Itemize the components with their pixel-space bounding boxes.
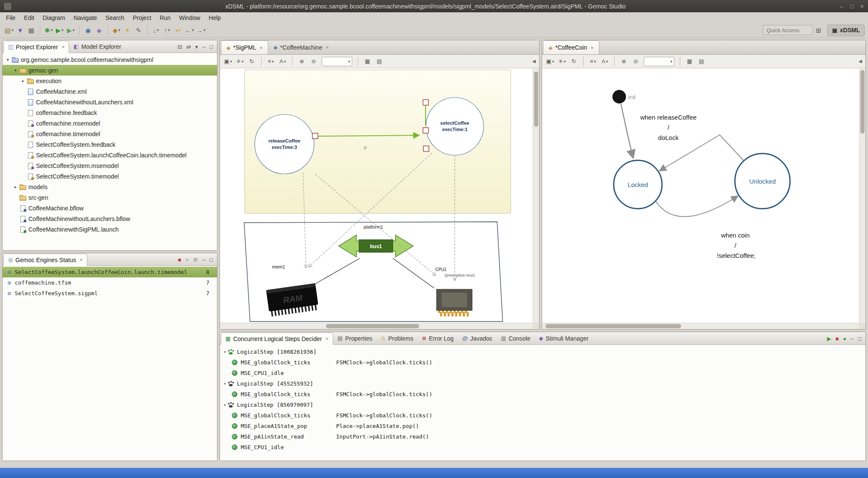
- actor-releasecoffee[interactable]: [255, 115, 314, 174]
- mse-row[interactable]: MSE_CPU1_idle: [220, 442, 865, 453]
- maximize-icon[interactable]: □: [858, 336, 861, 341]
- logical-step-row[interactable]: ▾LogicalStep [455255932]: [220, 378, 865, 389]
- menu-help[interactable]: Help: [204, 13, 225, 22]
- port[interactable]: [423, 100, 428, 105]
- perspective-xdsml-button[interactable]: ▣ xDSML: [827, 25, 865, 36]
- tree-item-coffeemachine-xml[interactable]: CoffeeMachine.xml: [3, 86, 217, 97]
- tab-problems[interactable]: ⚠Problems: [376, 332, 417, 344]
- print-button[interactable]: ▦: [26, 25, 36, 36]
- window-minimize-button[interactable]: –: [840, 3, 843, 10]
- dropdown-arrow-icon[interactable]: ▾: [51, 28, 53, 32]
- dropdown-arrow-icon[interactable]: ▾: [552, 59, 554, 64]
- menu-project[interactable]: Project: [128, 13, 156, 22]
- menu-navigate[interactable]: Navigate: [70, 13, 101, 22]
- dropdown-arrow-icon[interactable]: ▾: [564, 59, 566, 64]
- tab-coffeecoin[interactable]: ◈*CoffeeCoin×: [543, 40, 599, 54]
- mse-row[interactable]: MSE_globalClock_ticksFSMClock->globalClo…: [220, 357, 865, 368]
- menu-run[interactable]: Run: [156, 13, 175, 22]
- project-tree[interactable]: ▾org.gemoc.sample.bcool.coffeemachinewit…: [3, 53, 217, 250]
- engine-row[interactable]: ⚙SelectCoffeeSystem.launchCoffeeCoin.lau…: [3, 267, 217, 277]
- tree-item-selectcoffeesystem-msemodel[interactable]: SelectCoffeeSystem.msemodel: [3, 160, 217, 171]
- port[interactable]: [423, 146, 429, 151]
- expander-icon[interactable]: ▾: [220, 381, 227, 386]
- coffeecoin-canvas[interactable]: init when releaseCoffee / doLock when co…: [542, 68, 865, 329]
- refresh-tool-button[interactable]: ↻: [569, 56, 579, 67]
- quick-access-input[interactable]: [763, 25, 813, 35]
- tab-concurrent-logical-steps-decider[interactable]: ▦Concurrent Logical Steps Decider×: [221, 333, 333, 345]
- engines-list[interactable]: ⚙SelectCoffeeSystem.launchCoffeeCoin.lau…: [3, 266, 217, 461]
- minimize-icon[interactable]: –: [202, 44, 205, 50]
- vertical-scrollbar[interactable]: [533, 68, 539, 323]
- tab-sigpml[interactable]: ◈*SigPML×: [221, 40, 268, 54]
- steps-tree[interactable]: ▾LogicalStep [1008261936]MSE_globalClock…: [220, 345, 865, 461]
- tree-item-models[interactable]: ▸models: [3, 182, 217, 192]
- tree-item-gemoc-gen[interactable]: ▾gemoc-gen: [3, 65, 217, 75]
- collapse-editor-icon[interactable]: ◀: [859, 59, 863, 64]
- decider-icon[interactable]: ●: [843, 336, 846, 341]
- tree-item-coffeemachinewithsigpml-launch[interactable]: CoffeeMachinewithSigPML.launch: [3, 224, 217, 235]
- close-icon[interactable]: ×: [326, 44, 329, 50]
- stop-engine-icon[interactable]: ■: [178, 257, 181, 263]
- zoom-out-button[interactable]: ⊖: [309, 56, 319, 67]
- maximize-icon[interactable]: □: [209, 257, 213, 263]
- dropdown-arrow-icon[interactable]: ▾: [192, 28, 194, 32]
- tab-model-explorer[interactable]: ◧Model Explorer: [69, 40, 125, 53]
- expander-icon[interactable]: ▾: [12, 68, 19, 73]
- zoom-out-button[interactable]: ⊖: [631, 56, 641, 67]
- run-button[interactable]: ▶▾: [55, 25, 65, 36]
- expander-icon[interactable]: ▾: [4, 57, 11, 62]
- dropdown-arrow-icon[interactable]: ▾: [272, 59, 274, 64]
- minimize-icon[interactable]: –: [202, 257, 205, 263]
- dropdown-arrow-icon[interactable]: ▾: [118, 28, 120, 32]
- maximize-icon[interactable]: □: [209, 44, 213, 50]
- port[interactable]: [423, 128, 428, 133]
- new-wizard-button[interactable]: ◆▾: [111, 25, 122, 36]
- tree-item-coffeemachine-bflow[interactable]: CoffeeMachine.bflow: [3, 203, 217, 213]
- mse-row[interactable]: MSE_globalClock_ticksFSMClock->globalClo…: [220, 410, 865, 421]
- dropdown-arrow-icon[interactable]: ▾: [11, 28, 14, 32]
- tree-item-execution[interactable]: ▸execution: [3, 75, 217, 86]
- expander-icon[interactable]: ▸: [19, 78, 27, 83]
- alignment-tool-button[interactable]: ≡▾: [588, 56, 598, 67]
- tree-item-src-gen[interactable]: src-gen: [3, 192, 217, 203]
- scroll-thumb[interactable]: [326, 324, 419, 328]
- link-editor-icon[interactable]: ⇄: [186, 44, 191, 50]
- filters-tool-button[interactable]: ✳▾: [557, 56, 567, 67]
- sigpml-canvas[interactable]: platform1 bus1 R: [220, 68, 539, 329]
- external-tools-button[interactable]: ▶▾: [66, 25, 76, 36]
- tree-item-coffemachine-feedback[interactable]: coffemachine.feedback: [3, 107, 217, 118]
- window-maximize-button[interactable]: □: [850, 3, 853, 10]
- refresh-tool-button[interactable]: ↻: [247, 56, 257, 67]
- export-image-button[interactable]: ▦: [362, 56, 373, 67]
- collapse-all-icon[interactable]: ⊟: [178, 44, 182, 50]
- previous-annotation-button[interactable]: ↑▾: [162, 25, 172, 36]
- dropdown-arrow-icon[interactable]: ▾: [61, 28, 64, 32]
- font-tool-button[interactable]: A▾: [600, 56, 610, 67]
- dropdown-arrow-icon[interactable]: ▾: [72, 28, 75, 32]
- close-icon[interactable]: ×: [80, 257, 83, 263]
- close-icon[interactable]: ×: [61, 44, 65, 50]
- tree-item-org-gemoc-sample-bcool-coffeemachinewithsigpml[interactable]: ▾org.gemoc.sample.bcool.coffeemachinewit…: [3, 54, 217, 65]
- zoom-in-button[interactable]: ⊕: [619, 56, 629, 67]
- actor-selectcoffee[interactable]: [426, 98, 484, 155]
- layers-button[interactable]: ▤: [374, 56, 384, 67]
- tab-gemoc-engines-status[interactable]: ◎Gemoc Engines Status×: [3, 254, 87, 266]
- dropdown-arrow-icon[interactable]: ▾: [157, 28, 159, 32]
- stop-icon[interactable]: ■: [835, 336, 839, 341]
- layout-tool-button[interactable]: ▣▾: [223, 56, 233, 67]
- tree-item-coffeemachinewithoutlaunchers-xml[interactable]: CoffeeMachinewithoutLaunchers.xml: [3, 97, 217, 107]
- export-image-button[interactable]: ▦: [684, 56, 695, 67]
- dropdown-arrow-icon[interactable]: ▾: [594, 59, 596, 64]
- font-tool-button[interactable]: A▾: [278, 56, 288, 67]
- minimize-icon[interactable]: –: [851, 336, 854, 341]
- init-transition[interactable]: [621, 104, 633, 158]
- engine-row[interactable]: ⚙SelectCoffeeSystem.sigpml7: [3, 288, 217, 299]
- zoom-level-combo[interactable]: ▾: [322, 57, 352, 66]
- menu-window[interactable]: Window: [175, 13, 204, 22]
- menu-search[interactable]: Search: [101, 13, 128, 22]
- tab-error-log[interactable]: ⊗Error Log: [417, 332, 458, 344]
- mse-row[interactable]: MSE_globalClock_ticksFSMClock->globalClo…: [220, 389, 865, 400]
- tab-stimuli-manager[interactable]: ◆Stimuli Manager: [534, 332, 593, 344]
- tab-properties[interactable]: ▤Properties: [333, 332, 376, 344]
- tab-coffeemachine[interactable]: ◈*CoffeeMachine×: [268, 40, 334, 54]
